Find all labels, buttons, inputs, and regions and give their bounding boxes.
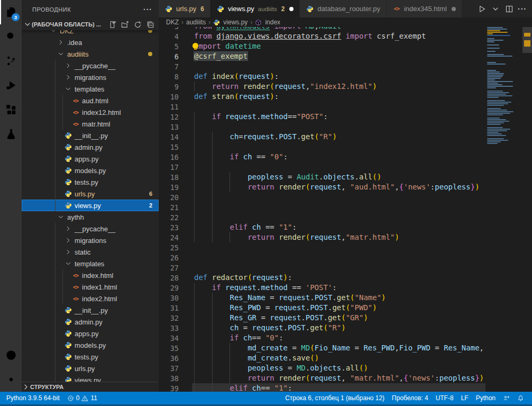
new-file-icon[interactable]	[108, 21, 116, 29]
code-line-14[interactable]: 14ch=request.POST.get("R")	[159, 132, 485, 142]
unsaved-dot-icon[interactable]	[452, 7, 456, 11]
tree-item-tests.py[interactable]: tests.py	[22, 176, 159, 188]
tree-item-apps.py[interactable]: apps.py	[22, 153, 159, 165]
code-line-34[interactable]: 34if ch== "0":	[159, 333, 485, 343]
line-number[interactable]: 15	[159, 143, 192, 151]
code-line-12[interactable]: 12if request.method=="POST":	[159, 112, 485, 122]
tree-item-index2.html[interactable]: <>index2.html	[22, 293, 159, 304]
code-line-8[interactable]: 8def index(request):	[159, 71, 485, 82]
code-line-28[interactable]: 28def redactor(request):	[159, 273, 485, 283]
code-line-20[interactable]: 20	[159, 192, 485, 202]
line-number[interactable]: 20	[159, 193, 192, 202]
python-interpreter-status[interactable]: Python 3.9.5 64-bit	[3, 392, 63, 404]
activity-source-control-icon[interactable]	[0, 49, 22, 73]
code-line-7[interactable]: 7	[159, 61, 485, 71]
tree-item-migrations[interactable]: migrations	[22, 234, 159, 246]
line-number[interactable]: 22	[159, 213, 192, 222]
code-line-6[interactable]: 6@csrf_exempt	[159, 51, 485, 61]
line-number[interactable]: 9	[159, 83, 192, 91]
breadcrumb-item-views.py[interactable]: views.py	[213, 19, 247, 26]
line-number[interactable]: 21	[159, 203, 192, 212]
line-number[interactable]: 3	[159, 27, 192, 31]
activity-explorer-icon[interactable]: 3	[0, 0, 22, 24]
new-folder-icon[interactable]	[121, 21, 129, 29]
code-line-3[interactable]: 3from aythh.models import MD,Audit	[159, 27, 485, 31]
code-line-13[interactable]: 13	[159, 122, 485, 132]
tree-item-models.py[interactable]: models.py	[22, 165, 159, 176]
line-number[interactable]: 38	[159, 374, 192, 383]
code-line-35[interactable]: 35md_create = MD(Fio_Name = Res_PWD,Fio_…	[159, 343, 485, 353]
line-number[interactable]: 13	[159, 123, 192, 131]
line-number[interactable]: 34	[159, 334, 192, 342]
unsaved-dot-icon[interactable]	[289, 7, 293, 11]
refresh-icon[interactable]	[134, 21, 142, 29]
line-number[interactable]: 6	[159, 52, 192, 61]
breadcrumb-item-audiiits[interactable]: audiiits	[186, 19, 206, 26]
tree-item-__pycache__[interactable]: __pycache__	[22, 60, 159, 71]
tree-item-apps.py[interactable]: apps.py	[22, 328, 159, 339]
code-line-17[interactable]: 17	[159, 162, 485, 172]
line-number[interactable]: 19	[159, 183, 192, 192]
code-line-19[interactable]: 19return render(request, "aud.html",{'ne…	[159, 182, 485, 192]
code-line-38[interactable]: 38return render(request, "matr.html",{'n…	[159, 373, 485, 383]
lightbulb-icon[interactable]	[192, 43, 198, 49]
language-mode-status[interactable]: Python	[472, 392, 499, 404]
code-line-21[interactable]: 21	[159, 202, 485, 212]
tree-item-templates[interactable]: templates	[22, 258, 159, 269]
line-number[interactable]: 8	[159, 73, 192, 81]
code-line-16[interactable]: 16if ch == "0":	[159, 152, 485, 162]
code-line-29[interactable]: 29if request.method == 'POST':	[159, 283, 485, 293]
line-number[interactable]: 29	[159, 284, 192, 292]
line-number[interactable]: 23	[159, 223, 192, 232]
split-editor-button[interactable]	[504, 3, 515, 15]
tree-item-aud.html[interactable]: <>aud.html	[22, 95, 159, 106]
line-number[interactable]: 35	[159, 344, 192, 353]
overview-ruler[interactable]	[522, 17, 532, 392]
code-editor[interactable]: 3from aythh.models import MD,Audit4from …	[159, 27, 485, 392]
code-line-36[interactable]: 36md_create.save()	[159, 353, 485, 363]
tree-item-urls.py[interactable]: urls.py	[22, 363, 159, 374]
code-line-11[interactable]: 11	[159, 102, 485, 112]
activity-account-icon[interactable]	[0, 343, 22, 367]
activity-testing-icon[interactable]	[0, 122, 22, 146]
run-button[interactable]	[476, 3, 487, 15]
code-line-5[interactable]: 5import datetime	[159, 41, 485, 51]
code-line-39[interactable]: 39elif ch== "1":	[159, 383, 485, 392]
code-line-37[interactable]: 37peopless = MD.objects.all()	[159, 363, 485, 373]
code-line-30[interactable]: 30Res_Name = request.POST.get("Name")	[159, 293, 485, 303]
line-number[interactable]: 33	[159, 324, 192, 332]
feedback-icon[interactable]	[499, 392, 513, 404]
breadcrumb-item-DKZ[interactable]: DKZ	[166, 19, 179, 26]
line-number[interactable]: 11	[159, 103, 192, 111]
tree-item-index1.html[interactable]: <>index1.html	[22, 281, 159, 293]
tree-item-admin.py[interactable]: admin.py	[22, 141, 159, 153]
code-line-10[interactable]: 10def stran(request):	[159, 92, 485, 102]
line-number[interactable]: 12	[159, 113, 192, 121]
tree-item-aythh[interactable]: aythh	[22, 211, 159, 223]
activity-search-icon[interactable]	[0, 24, 22, 49]
tree-item-matr.html[interactable]: <>matr.html	[22, 118, 159, 130]
code-line-23[interactable]: 23elif ch == "1":	[159, 222, 485, 232]
tree-item-models.py[interactable]: models.py	[22, 339, 159, 351]
code-line-26[interactable]: 26	[159, 252, 485, 263]
minimap[interactable]	[485, 27, 522, 392]
line-number[interactable]: 14	[159, 133, 192, 141]
code-line-31[interactable]: 31Res_PWD = request.POST.get("PWD")	[159, 303, 485, 313]
line-number[interactable]: 16	[159, 153, 192, 161]
tree-item-DKZ[interactable]: DKZ	[22, 30, 159, 37]
code-line-33[interactable]: 33ch = request.POST.get("R")	[159, 323, 485, 333]
line-number[interactable]: 24	[159, 233, 192, 242]
tree-item-audiiits[interactable]: audiiits	[22, 48, 159, 60]
tree-item-static[interactable]: static	[22, 246, 159, 258]
line-number[interactable]: 5	[159, 42, 192, 51]
code-line-15[interactable]: 15	[159, 142, 485, 152]
explorer-more-icon[interactable]: ···	[143, 5, 152, 14]
line-number[interactable]: 28	[159, 274, 192, 282]
tree-item-urls.py[interactable]: urls.py6	[22, 188, 159, 200]
editor-more-button[interactable]: ···	[518, 5, 527, 13]
line-number[interactable]: 18	[159, 173, 192, 182]
code-line-25[interactable]: 25	[159, 242, 485, 252]
breadcrumb-item-index[interactable]: index	[255, 19, 280, 26]
line-number[interactable]: 30	[159, 294, 192, 302]
indentation-status[interactable]: Пробелов: 4	[388, 392, 432, 404]
